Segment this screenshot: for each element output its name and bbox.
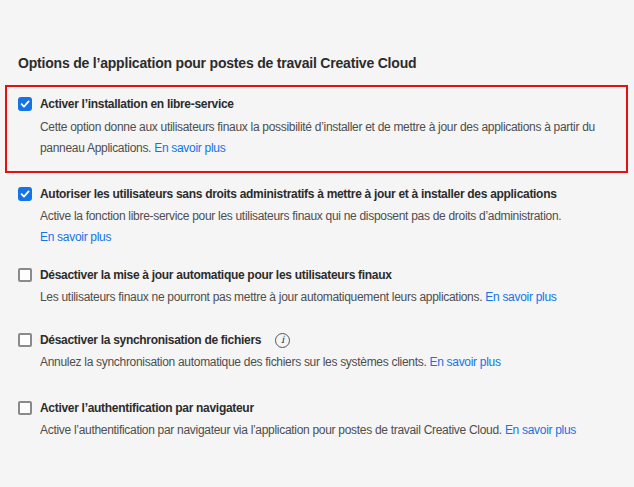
- highlight-annotation-box: Activer l’installation en libre-service …: [5, 85, 628, 173]
- creative-cloud-app-options-panel: Options de l’application pour postes de …: [0, 0, 634, 487]
- option-allow-non-admin-install: Autoriser les utilisateurs sans droits a…: [18, 186, 634, 248]
- learn-more-link[interactable]: En savoir plus: [485, 290, 556, 304]
- description-text: Cette option donne aux utilisateurs fina…: [40, 120, 595, 155]
- option-row: Activer l’authentification par navigateu…: [18, 400, 634, 416]
- checkmark-icon: [20, 99, 30, 109]
- checkmark-icon: [20, 189, 30, 199]
- description-text: Les utilisateurs finaux ne pourront pas …: [40, 290, 482, 304]
- description-text: Active l’authentification par navigateur…: [40, 423, 502, 437]
- non-admin-install-checkbox[interactable]: [18, 187, 32, 201]
- disable-file-sync-checkbox-label[interactable]: Désactiver la synchronisation de fichier…: [40, 332, 261, 348]
- learn-more-link[interactable]: En savoir plus: [429, 355, 500, 369]
- learn-more-link[interactable]: En savoir plus: [154, 141, 225, 155]
- option-enable-self-service: Activer l’installation en libre-service …: [18, 96, 614, 159]
- option-enable-browser-auth: Activer l’authentification par navigateu…: [18, 400, 634, 441]
- option-description: Les utilisateurs finaux ne pourront pas …: [40, 287, 632, 308]
- description-text: Active la fonction libre-service pour le…: [40, 209, 561, 223]
- option-description: Active l’authentification par navigateur…: [40, 420, 632, 441]
- option-disable-auto-update: Désactiver la mise à jour automatique po…: [18, 267, 634, 308]
- disable-auto-update-checkbox-label[interactable]: Désactiver la mise à jour automatique po…: [40, 267, 392, 283]
- option-description: Cette option donne aux utilisateurs fina…: [40, 117, 614, 159]
- self-service-checkbox[interactable]: [18, 97, 32, 111]
- option-row: Désactiver la mise à jour automatique po…: [18, 267, 634, 283]
- learn-more-link[interactable]: En savoir plus: [505, 423, 576, 437]
- disable-file-sync-checkbox[interactable]: [18, 333, 32, 347]
- option-row: Autoriser les utilisateurs sans droits a…: [18, 186, 634, 202]
- learn-more-link[interactable]: En savoir plus: [40, 227, 632, 248]
- info-icon[interactable]: i: [275, 333, 290, 348]
- disable-auto-update-checkbox[interactable]: [18, 268, 32, 282]
- option-row: Activer l’installation en libre-service: [18, 96, 614, 112]
- option-description: Annulez la synchronisation automatique d…: [40, 352, 632, 373]
- browser-auth-checkbox-label[interactable]: Activer l’authentification par navigateu…: [40, 400, 254, 416]
- option-row: Désactiver la synchronisation de fichier…: [18, 332, 634, 348]
- option-disable-file-sync: Désactiver la synchronisation de fichier…: [18, 332, 634, 373]
- description-text: Annulez la synchronisation automatique d…: [40, 355, 426, 369]
- self-service-checkbox-label[interactable]: Activer l’installation en libre-service: [40, 96, 234, 112]
- option-description: Active la fonction libre-service pour le…: [40, 206, 632, 248]
- non-admin-install-checkbox-label[interactable]: Autoriser les utilisateurs sans droits a…: [40, 186, 557, 202]
- browser-auth-checkbox[interactable]: [18, 401, 32, 415]
- section-title: Options de l’application pour postes de …: [18, 55, 634, 72]
